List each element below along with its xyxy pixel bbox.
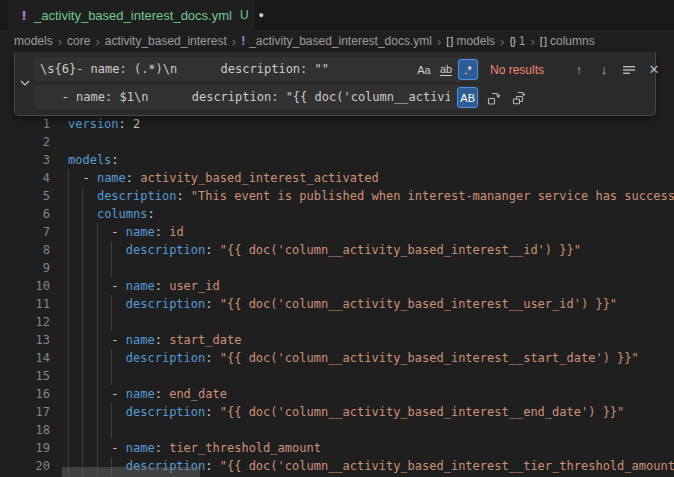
line-number[interactable]: 1: [0, 115, 50, 133]
close-find-widget-button[interactable]: ✕: [643, 59, 665, 81]
chevron-down-icon: [19, 75, 31, 93]
breadcrumb-item-activity-based-interest[interactable]: activity_based_interest: [105, 34, 227, 48]
line-number[interactable]: 18: [0, 421, 50, 439]
regex-toggle[interactable]: .*: [458, 59, 478, 80]
whole-word-label: ab: [440, 63, 452, 76]
breadcrumb-label: core: [67, 34, 90, 48]
breadcrumb-item-columns[interactable]: [ ]columns: [540, 34, 595, 48]
indent-guide: [68, 367, 69, 385]
breadcrumb: models›core›activity_based_interest›!_ac…: [0, 30, 674, 52]
code-line-15[interactable]: 15: [0, 367, 674, 385]
code-line-1[interactable]: 1version: 2: [0, 115, 674, 133]
line-content: description: "{{ doc('column__activity_b…: [68, 403, 624, 421]
line-number[interactable]: 15: [0, 367, 50, 385]
replace-icon: [486, 90, 502, 106]
breadcrumb-item-core[interactable]: core: [67, 34, 90, 48]
replace-button[interactable]: [483, 87, 505, 109]
yaml-exclamation-icon: !: [21, 8, 27, 23]
selection-icon: [622, 63, 636, 77]
line-content: columns:: [68, 205, 155, 223]
replace-input[interactable]: - name: $1\n description: "{{ doc('colum…: [34, 85, 480, 110]
find-input[interactable]: \s{6}- name: (.*)\n description: "" Aa a…: [34, 57, 480, 82]
replace-row: - name: $1\n description: "{{ doc('colum…: [34, 85, 665, 110]
next-match-button[interactable]: ↓: [593, 59, 615, 81]
breadcrumb-item-1[interactable]: {}1: [509, 34, 525, 48]
line-number[interactable]: 14: [0, 349, 50, 367]
line-number[interactable]: 5: [0, 187, 50, 205]
line-number[interactable]: 4: [0, 169, 50, 187]
line-content: models:: [68, 151, 119, 169]
line-content: - name: activity_based_interest_activate…: [68, 169, 379, 187]
indent-guide: [97, 421, 98, 439]
indent-guide: [111, 259, 112, 277]
line-content: - name: end_date: [68, 385, 227, 403]
replace-all-button[interactable]: [508, 87, 530, 109]
breadcrumb-item--activity-based-interest-docs-yml[interactable]: !_activity_based_interest_docs.yml: [241, 34, 432, 48]
indent-guide: [111, 421, 112, 439]
breadcrumb-separator-icon: ›: [232, 34, 236, 49]
line-number[interactable]: 19: [0, 439, 50, 457]
breadcrumb-label: models: [14, 34, 53, 48]
code-line-17[interactable]: 17 description: "{{ doc('column__activit…: [0, 403, 674, 421]
preserve-case-toggle[interactable]: AB: [457, 87, 478, 108]
line-number[interactable]: 20: [0, 457, 50, 475]
line-number[interactable]: 9: [0, 259, 50, 277]
tab-bar: ! _activity_based_interest_docs.yml U ●: [0, 0, 674, 30]
modified-indicator-dot[interactable]: ●: [259, 10, 264, 20]
code-line-9[interactable]: 9: [0, 259, 674, 277]
breadcrumb-item-models[interactable]: [ ]models: [446, 34, 495, 48]
toggle-replace-button[interactable]: [15, 57, 34, 110]
indent-guide: [97, 367, 98, 385]
code-line-10[interactable]: 10 - name: user_id: [0, 277, 674, 295]
line-content: description: "{{ doc('column__activity_b…: [68, 349, 639, 367]
breadcrumb-separator-icon: ›: [437, 34, 441, 49]
replace-input-value: - name: $1\n description: "{{ doc('colum…: [34, 85, 450, 110]
code-line-8[interactable]: 8 description: "{{ doc('column__activity…: [0, 241, 674, 259]
line-number[interactable]: 7: [0, 223, 50, 241]
line-number[interactable]: 10: [0, 277, 50, 295]
line-content: version: 2: [68, 115, 140, 133]
line-number[interactable]: 13: [0, 331, 50, 349]
match-case-toggle[interactable]: Aa: [414, 59, 434, 80]
line-content: - name: user_id: [68, 277, 220, 295]
code-line-6[interactable]: 6 columns:: [0, 205, 674, 223]
line-number[interactable]: 12: [0, 313, 50, 331]
line-number[interactable]: 2: [0, 133, 50, 151]
previous-match-button[interactable]: ↑: [568, 59, 590, 81]
line-number[interactable]: 8: [0, 241, 50, 259]
horizontal-scrollbar[interactable]: [62, 467, 200, 477]
line-number[interactable]: 17: [0, 403, 50, 421]
find-in-selection-button[interactable]: [618, 59, 640, 81]
whole-word-toggle[interactable]: ab: [436, 59, 456, 80]
tab-activity-based-interest-docs[interactable]: ! _activity_based_interest_docs.yml U ●: [8, 0, 254, 30]
breadcrumb-label: _activity_based_interest_docs.yml: [249, 34, 432, 48]
replace-options: AB: [457, 87, 478, 108]
code-line-3[interactable]: 3models:: [0, 151, 674, 169]
symbol-array-icon: [ ]: [446, 35, 452, 47]
code-line-18[interactable]: 18: [0, 421, 674, 439]
code-line-2[interactable]: 2: [0, 133, 674, 151]
line-number[interactable]: 6: [0, 205, 50, 223]
indent-guide: [82, 421, 83, 439]
code-line-11[interactable]: 11 description: "{{ doc('column__activit…: [0, 295, 674, 313]
vscode-window: ! _activity_based_interest_docs.yml U ● …: [0, 0, 674, 477]
breadcrumb-label: 1: [519, 34, 526, 48]
line-number[interactable]: 16: [0, 385, 50, 403]
code-line-4[interactable]: 4 - name: activity_based_interest_activa…: [0, 169, 674, 187]
indent-guide: [68, 313, 69, 331]
symbol-array-icon: [ ]: [540, 35, 546, 47]
code-line-14[interactable]: 14 description: "{{ doc('column__activit…: [0, 349, 674, 367]
code-line-7[interactable]: 7 - name: id: [0, 223, 674, 241]
line-number[interactable]: 3: [0, 151, 50, 169]
code-line-19[interactable]: 19 - name: tier_threshold_amount: [0, 439, 674, 457]
line-number[interactable]: 11: [0, 295, 50, 313]
code-lines: 1version: 223models:4 - name: activity_b…: [0, 115, 674, 475]
git-status-badge: U: [240, 8, 249, 22]
replace-all-icon: [511, 90, 527, 106]
indent-guide: [97, 313, 98, 331]
code-line-5[interactable]: 5 description: "This event is published …: [0, 187, 674, 205]
code-line-13[interactable]: 13 - name: start_date: [0, 331, 674, 349]
breadcrumb-item-models[interactable]: models: [14, 34, 53, 48]
code-line-16[interactable]: 16 - name: end_date: [0, 385, 674, 403]
code-line-12[interactable]: 12: [0, 313, 674, 331]
